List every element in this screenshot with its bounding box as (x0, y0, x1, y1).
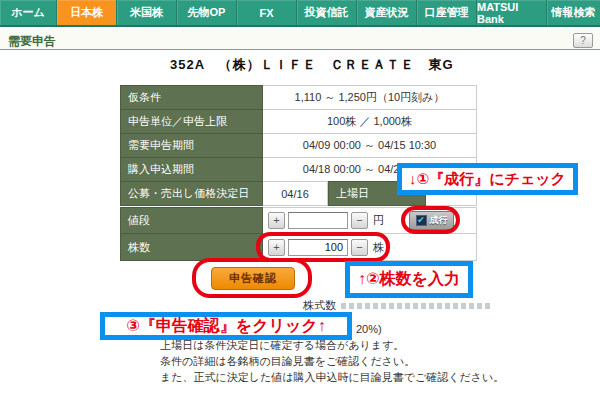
price-decision-date: 04/16 (263, 181, 328, 206)
page: ホーム 日本株 米国株 先物OP FX 投資信託 資産状況 口座管理 MATSU… (0, 0, 600, 405)
tab-futures-op[interactable]: 先物OP (176, 0, 236, 25)
tab-home[interactable]: ホーム (0, 0, 56, 25)
note-line: 上場日は条件決定日に確定する場合があります。 (160, 338, 404, 353)
row-label: 需要申告期間 (120, 133, 263, 158)
tab-investment-trust[interactable]: 投資信託 (296, 0, 356, 25)
shares-input[interactable] (288, 239, 348, 256)
tab-fx[interactable]: FX (236, 0, 296, 25)
note-fragment: 株式数 (303, 298, 491, 313)
row-label: 購入申込期間 (120, 157, 263, 182)
price-unit-label: 円 (373, 213, 384, 228)
row-label: 公募・売出し価格決定日 (120, 181, 263, 206)
stock-title: 352A （株）ＬＩＦＥ ＣＲＥＡＴＥ 東G (170, 56, 454, 74)
declaration-confirm-button[interactable]: 申告確認 (211, 267, 295, 290)
table-row: 需要申告期間 04/09 00:00 ～ 04/15 10:30 (120, 133, 477, 158)
note-fragment: 20%) (356, 323, 382, 335)
shares-minus-button[interactable]: − (351, 239, 368, 256)
help-button[interactable]: ? (573, 33, 593, 48)
row-value: 100株 ／ 1,000株 (263, 109, 477, 134)
price-plus-button[interactable]: + (268, 212, 285, 229)
illegible-text (341, 303, 491, 309)
row-label: 仮条件 (120, 85, 263, 110)
tab-account-management[interactable]: 口座管理 (416, 0, 476, 25)
price-label: 値段 (120, 207, 263, 234)
table-row: 仮条件 1,110 ～ 1,250円（10円刻み） (120, 85, 477, 110)
shares-unit-label: 株 (373, 240, 384, 255)
table-row: 申告単位／申告上限 100株 ／ 1,000株 (120, 109, 477, 134)
annotation-step3: ③『申告確認』をクリック↑ (100, 312, 352, 340)
tab-info-search[interactable]: 情報検索 (546, 0, 600, 25)
shares-row: 株数 + − 株 (120, 233, 477, 261)
note-line: 条件の詳細は各銘柄の目論見書をご確認ください。 (160, 354, 415, 369)
note-line: また、正式に決定した値は購入申込時に目論見書でご確認ください。 (160, 370, 504, 385)
section-header-bar (0, 29, 600, 50)
annotation-step1: ↓①『成行』にチェック (397, 163, 578, 195)
price-input[interactable] (288, 212, 348, 229)
tab-japan-stocks[interactable]: 日本株 (56, 0, 116, 25)
market-order-label: 成行 (430, 214, 448, 227)
shares-label: 株数 (120, 233, 263, 261)
row-value: 1,110 ～ 1,250円（10円刻み） (263, 85, 477, 110)
price-minus-button[interactable]: − (351, 212, 368, 229)
tab-matsui-bank[interactable]: MATSUI Bank (476, 0, 546, 25)
tab-us-stocks[interactable]: 米国株 (116, 0, 176, 25)
page-title: 需要申告 (8, 33, 56, 50)
annotation-step2: ↑②株数を入力 (345, 261, 473, 298)
market-order-checkbox[interactable]: ✔ 成行 (409, 211, 454, 230)
top-nav: ホーム 日本株 米国株 先物OP FX 投資信託 資産状況 口座管理 MATSU… (0, 0, 600, 27)
checkbox-checked-icon: ✔ (416, 215, 427, 226)
row-value: 04/09 00:00 ～ 04/15 10:30 (263, 133, 477, 158)
tab-asset-status[interactable]: 資産状況 (356, 0, 416, 25)
row-label: 申告単位／申告上限 (120, 109, 263, 134)
shares-plus-button[interactable]: + (268, 239, 285, 256)
